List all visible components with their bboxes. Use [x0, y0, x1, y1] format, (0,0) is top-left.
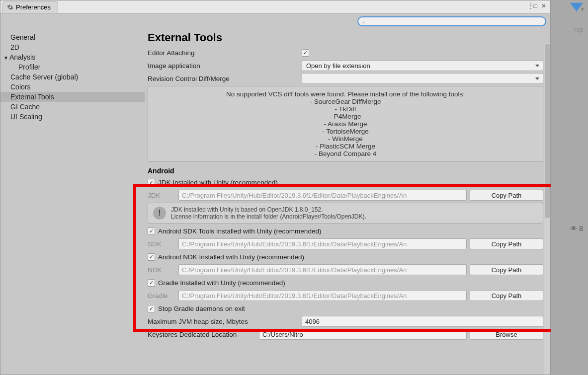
- sdk-path-input[interactable]: C:/Program Files/Unity/Hub/Editor/2019.3…: [178, 238, 467, 249]
- jdk-check-label: JDK Installed with Unity (recommended): [158, 179, 278, 186]
- ndk-path-input[interactable]: C:/Program Files/Unity/Hub/Editor/2019.3…: [178, 264, 467, 275]
- close-icon[interactable]: ✕: [540, 2, 547, 9]
- gradle-check-label: Gradle Installed with Unity (recommended…: [158, 279, 285, 287]
- gradle-path-input[interactable]: C:/Program Files/Unity/Hub/Editor/2019.3…: [178, 290, 467, 301]
- sidebar-item-gi-cache[interactable]: GI Cache: [0, 102, 145, 112]
- gear-icon: [7, 4, 13, 10]
- main-panel: External Tools Editor Attaching Image ap…: [145, 29, 550, 375]
- sidebar-item-analysis[interactable]: ▼Analysis: [0, 52, 145, 62]
- jdk-checkbox[interactable]: [148, 179, 155, 186]
- sidebar-item-2d[interactable]: 2D: [0, 42, 145, 52]
- tab-preferences[interactable]: Preferences: [2, 1, 58, 13]
- sidebar-item-general[interactable]: General: [0, 32, 145, 42]
- ndk-copy-path-button[interactable]: Copy Path: [470, 264, 543, 275]
- persp-label: rsp: [574, 26, 583, 33]
- stop-daemons-checkbox[interactable]: [148, 305, 155, 312]
- svg-text:z: z: [582, 6, 584, 11]
- sidebar-item-ui-scaling[interactable]: UI Scaling: [0, 112, 145, 122]
- scrollbar[interactable]: [544, 43, 550, 375]
- background-editor: z rsp 👁 8: [551, 0, 588, 375]
- gradle-label: Gradle: [148, 292, 178, 300]
- gizmo-icon: z: [567, 1, 586, 20]
- ndk-check-label: Android NDK Installed with Unity (recomm…: [158, 253, 304, 261]
- browse-button[interactable]: Browse: [470, 329, 543, 340]
- gradle-checkbox[interactable]: [148, 279, 155, 287]
- search-icon: ⌕: [362, 18, 366, 24]
- page-title: External Tools: [148, 31, 543, 44]
- sdk-label: SDK: [148, 240, 178, 248]
- sidebar-item-colors[interactable]: Colors: [0, 82, 145, 92]
- jdk-note: ! JDK installed with Unity is based on O…: [148, 203, 543, 224]
- keystore-label: Keystores Dedicated Location: [148, 331, 259, 338]
- sidebar-item-external-tools[interactable]: External Tools: [0, 92, 145, 102]
- sdk-checkbox[interactable]: [148, 227, 155, 235]
- visibility-badge: 👁 8: [570, 225, 583, 232]
- chevron-down-icon: ▼: [3, 55, 9, 61]
- sidebar-item-profiler[interactable]: Profiler: [0, 62, 145, 72]
- window-controls: ⋮ □ ✕: [527, 2, 547, 9]
- titlebar: Preferences ⋮ □ ✕: [0, 0, 550, 13]
- ndk-checkbox[interactable]: [148, 253, 155, 261]
- heap-input[interactable]: 4096: [302, 316, 543, 327]
- android-section-title: Android: [148, 167, 543, 175]
- image-application-label: Image application: [148, 62, 302, 70]
- menu-icon[interactable]: ⋮: [527, 2, 530, 9]
- stop-daemons-label: Stop Gradle daemons on exit: [158, 305, 245, 312]
- image-application-select[interactable]: Open by file extension: [302, 60, 543, 71]
- revision-control-select[interactable]: [302, 73, 543, 84]
- jdk-copy-path-button[interactable]: Copy Path: [470, 190, 543, 201]
- preferences-window: Preferences ⋮ □ ✕ ⌕ General 2D ▼Analysis…: [0, 0, 551, 375]
- sidebar-item-cache-server[interactable]: Cache Server (global): [0, 72, 145, 82]
- editor-attaching-checkbox[interactable]: [302, 49, 309, 57]
- heap-label: Maximum JVM heap size, Mbytes: [148, 318, 302, 325]
- jdk-label: JDK: [148, 192, 178, 199]
- expand-icon[interactable]: □: [532, 2, 539, 9]
- ndk-label: NDK: [148, 266, 178, 274]
- info-icon: !: [153, 207, 166, 220]
- sdk-copy-path-button[interactable]: Copy Path: [470, 238, 543, 249]
- vcs-info-box: No supported VCS diff tools were found. …: [148, 86, 543, 162]
- sdk-check-label: Android SDK Tools Installed with Unity (…: [158, 227, 321, 235]
- editor-attaching-label: Editor Attaching: [148, 49, 302, 57]
- keystore-input[interactable]: C:/Users/Nitro: [259, 329, 467, 340]
- scrollbar-thumb[interactable]: [545, 44, 550, 218]
- jdk-path-input[interactable]: C:/Program Files/Unity/Hub/Editor/2019.3…: [178, 190, 467, 201]
- search-input[interactable]: ⌕: [357, 16, 546, 26]
- revision-control-label: Revision Control Diff/Merge: [148, 75, 302, 82]
- gradle-copy-path-button[interactable]: Copy Path: [470, 290, 543, 301]
- tab-title: Preferences: [16, 3, 51, 11]
- sidebar: General 2D ▼Analysis Profiler Cache Serv…: [0, 29, 145, 375]
